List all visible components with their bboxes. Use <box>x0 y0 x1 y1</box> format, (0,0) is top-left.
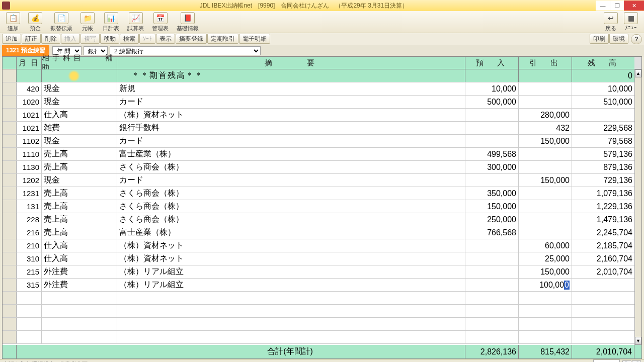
scroll-up-icon[interactable]: ▲ <box>635 69 641 77</box>
scrollbar[interactable]: ▲ ▼ <box>634 69 641 345</box>
toolbar-基礎情報[interactable]: 📕基礎情報 <box>173 11 203 33</box>
cmd-削除[interactable]: 削除 <box>41 34 60 44</box>
totals-withdraw: 815,432 <box>519 345 572 358</box>
cmd-検索[interactable]: 検索 <box>120 34 139 44</box>
zoom-in-icon[interactable]: 🔎 <box>632 360 641 363</box>
opening-row: ＊＊期首残高＊＊ 0 <box>3 69 641 82</box>
cmd-移動[interactable]: 移動 <box>100 34 119 44</box>
cmd-ｿｰﾄ[interactable]: ｿｰﾄ <box>139 34 155 44</box>
close-button[interactable]: ✕ <box>624 1 644 11</box>
command-bar: 追加訂正削除挿入複写移動検索ｿｰﾄ表示摘要登録定期取引電子明細 印刷環境 ? <box>0 33 644 45</box>
cmd-複写[interactable]: 複写 <box>80 34 100 44</box>
cmd-電子明細[interactable]: 電子明細 <box>239 34 270 44</box>
管理表-icon: 📅 <box>153 12 168 24</box>
col-account[interactable]: 相手科目 補助 <box>42 57 117 69</box>
table-row[interactable]: 216 売上高 富士産業（株） 766,568 2,245,704 <box>3 226 641 239</box>
titlebar: JDL IBEX出納帳net [9990] 合同会社けんざん （平成29年 3月… <box>0 0 644 11</box>
minimize-button[interactable]: — <box>596 1 610 11</box>
toolbar-戻る[interactable]: ↩戻る <box>602 11 620 33</box>
window-title: JDL IBEX出納帳net [9990] 合同会社けんざん （平成29年 3月… <box>12 2 596 10</box>
toolbar-元帳[interactable]: 📁元帳 <box>76 11 99 33</box>
toolbar-預金[interactable]: 💰預金 <box>24 11 46 33</box>
cmd-挿入[interactable]: 挿入 <box>61 34 80 44</box>
toolbar-追加[interactable]: 📋追加 <box>2 11 24 33</box>
table-row[interactable]: 1231 売上高 さくら商会（株） 350,000 1,079,136 <box>3 187 641 200</box>
app-icon <box>2 2 10 10</box>
cmd-環境[interactable]: 環境 <box>609 34 628 44</box>
cmd-印刷[interactable]: 印刷 <box>590 34 609 44</box>
totals-row: 合計(年間計) 2,826,136 815,432 2,010,704 <box>2 345 642 359</box>
main-toolbar: 📋追加💰預金📄振替伝票📁元帳📊日計表📈試算表📅管理表📕基礎情報 ↩戻る▦ﾒﾆｭｰ <box>0 11 644 33</box>
table-row[interactable] <box>3 292 641 305</box>
table-row[interactable]: 1110 売上高 富士産業（株） 499,568 579,136 <box>3 148 641 161</box>
toolbar-振替伝票[interactable]: 📄振替伝票 <box>46 11 76 33</box>
table-row[interactable]: 215 外注費 （株）リアル組立 150,000 2,010,704 <box>3 265 641 279</box>
grid-body[interactable]: ＊＊期首残高＊＊ 0 420 現金 新規 10,000 10,000 1020 … <box>2 69 642 345</box>
振替伝票-icon: 📄 <box>54 12 68 24</box>
戻る-icon: ↩ <box>604 12 618 24</box>
table-row[interactable]: 1021 雑費 銀行手数料 432 229,568 <box>3 122 641 135</box>
基礎情報-icon: 📕 <box>181 12 195 24</box>
toolbar-日計表[interactable]: 📊日計表 <box>99 11 123 33</box>
table-row[interactable]: 315 外注費 （株）リアル組立 100,000 <box>3 279 641 292</box>
toolbar-試算表[interactable]: 📈試算表 <box>123 11 148 33</box>
table-row[interactable]: 131 売上高 さくら商会（株） 150,000 1,229,136 <box>3 200 641 213</box>
cmd-追加[interactable]: 追加 <box>2 34 21 44</box>
bank-select[interactable]: 2 練習銀行 <box>110 46 261 55</box>
日計表-icon: 📊 <box>104 12 118 24</box>
預金-icon: 💰 <box>28 12 42 24</box>
col-balance[interactable]: 残 高 <box>572 57 634 69</box>
table-row[interactable] <box>3 305 641 318</box>
grid-header: 月 日 相手科目 補助 摘 要 預 入 引 出 残 高 <box>2 56 642 69</box>
cmd-摘要登録[interactable]: 摘要登録 <box>176 34 207 44</box>
scroll-down-icon[interactable]: ▼ <box>635 337 641 345</box>
cmd-訂正[interactable]: 訂正 <box>22 34 41 44</box>
maximize-button[interactable]: ❐ <box>610 1 624 11</box>
col-deposit[interactable]: 預 入 <box>465 57 519 69</box>
totals-label: 合計(年間計) <box>17 345 465 358</box>
totals-balance: 2,010,704 <box>572 345 634 358</box>
page-indicator: 17/ 17 <box>593 359 620 362</box>
table-row[interactable] <box>3 318 641 331</box>
ledger-grid: 月 日 相手科目 補助 摘 要 預 入 引 出 残 高 ＊＊期首残高＊＊ 0 4… <box>2 56 642 359</box>
追加-icon: 📋 <box>6 12 20 24</box>
table-row[interactable]: 1020 現金 カード 500,000 510,000 <box>3 96 641 109</box>
toolbar-管理表[interactable]: 📅管理表 <box>148 11 173 33</box>
help-button[interactable]: ? <box>631 34 642 44</box>
status-bar: 金額を入力 環境設定で桁数指定可 17/ 17 🔍 🔎 <box>0 359 644 362</box>
table-row[interactable] <box>3 331 641 344</box>
ﾒﾆｭｰ-icon: ▦ <box>624 12 638 24</box>
table-row[interactable]: 1130 売上高 さくら商会（株） 300,000 879,136 <box>3 161 641 174</box>
table-row[interactable]: 210 仕入高 （株）資材ネット 60,000 2,185,704 <box>3 239 641 252</box>
table-row[interactable]: 1021 仕入高 （株）資材ネット 280,000 <box>3 109 641 122</box>
cmd-表示[interactable]: 表示 <box>156 34 175 44</box>
table-row[interactable]: 420 現金 新規 10,000 10,000 <box>3 82 641 96</box>
table-row[interactable]: 1202 現金 カード 150,000 729,136 <box>3 174 641 187</box>
col-date[interactable]: 月 日 <box>17 57 42 69</box>
cmd-定期取引[interactable]: 定期取引 <box>207 34 238 44</box>
table-row[interactable]: 310 仕入高 （株）資材ネット 25,000 2,160,704 <box>3 252 641 265</box>
totals-deposit: 2,826,136 <box>465 345 519 358</box>
col-withdraw[interactable]: 引 出 <box>519 57 572 69</box>
table-row[interactable]: 1102 現金 カード 150,000 79,568 <box>3 135 641 148</box>
試算表-icon: 📈 <box>129 12 143 24</box>
col-memo[interactable]: 摘 要 <box>117 57 465 69</box>
zoom-out-icon[interactable]: 🔍 <box>622 360 631 363</box>
toolbar-ﾒﾆｭｰ[interactable]: ▦ﾒﾆｭｰ <box>622 11 640 33</box>
table-row[interactable]: 228 売上高 さくら商会（株） 250,000 1,479,136 <box>3 213 641 226</box>
元帳-icon: 📁 <box>80 12 95 24</box>
